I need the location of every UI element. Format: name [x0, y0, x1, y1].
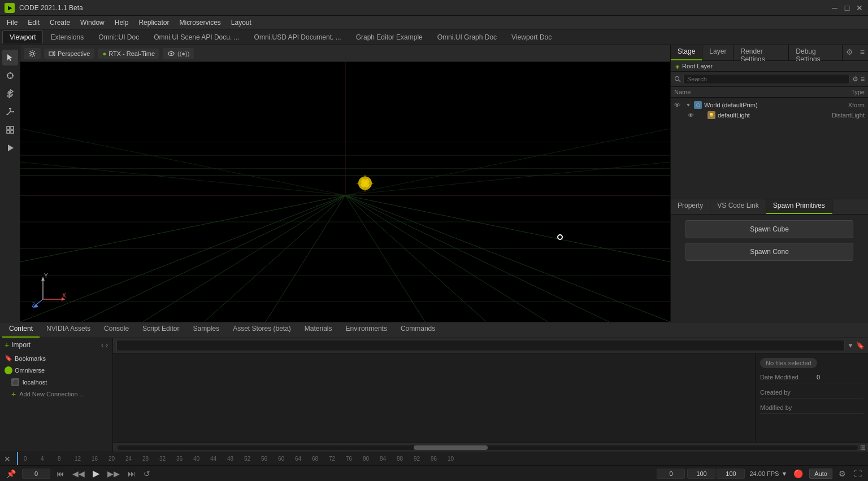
loop-icon[interactable]: ↺	[142, 469, 152, 478]
modified-by-label: Modified by	[760, 404, 817, 411]
nav-forward-icon[interactable]: ›	[106, 341, 108, 349]
tab-content[interactable]: Content	[2, 322, 40, 338]
tick-52: 52	[244, 456, 250, 462]
tab-samples[interactable]: Samples	[186, 322, 226, 338]
import-add-icon[interactable]: +	[5, 340, 9, 349]
tab-materials[interactable]: Materials	[298, 322, 339, 338]
tab-render-settings[interactable]: Render Settings	[734, 45, 789, 60]
play-tool[interactable]	[2, 140, 18, 156]
tab-omni-ui-doc[interactable]: Omni::UI Doc	[91, 30, 146, 43]
tab-omni-usd[interactable]: Omni.USD API Document. ...	[247, 30, 349, 43]
skip-forward-icon[interactable]: ⏭	[126, 469, 137, 478]
menu-window[interactable]: Window	[76, 18, 109, 28]
spawn-cube-button[interactable]: Spawn Cube	[685, 220, 853, 238]
menu-replicator[interactable]: Replicator	[134, 18, 173, 28]
stage-columns: Name Type	[671, 87, 868, 98]
fullscreen-icon[interactable]: ⛶	[852, 469, 863, 478]
right-bottom-tabs: Property VS Code Link Spawn Primitives	[671, 199, 868, 215]
viewport-canvas[interactable]: .gl { stroke: #1a2a1a; stroke-width: 0.7…	[20, 62, 670, 322]
timeline-settings-icon[interactable]: ⚙	[837, 469, 848, 478]
grid-view-icon[interactable]: ⊞	[860, 444, 866, 452]
stage-search-input[interactable]	[683, 74, 850, 84]
content-area: ▼ 🔖 No files selected Date Modified 0 Cr…	[113, 338, 868, 452]
svg-line-66	[679, 80, 680, 82]
tab-property[interactable]: Property	[671, 199, 710, 214]
filter-stage-icon[interactable]: ⚙	[852, 75, 858, 83]
tab-asset-stores[interactable]: Asset Stores (beta)	[226, 322, 298, 338]
close-button[interactable]: ✕	[856, 4, 863, 12]
auto-mode-button[interactable]: Auto	[809, 469, 832, 479]
menu-file[interactable]: File	[2, 18, 22, 28]
fps-dropdown-icon[interactable]: ▼	[781, 470, 787, 477]
tab-omni-scene[interactable]: Omni.UI Scene API Docu. ...	[146, 30, 246, 43]
add-connection[interactable]: + Add New Connection ...	[0, 388, 112, 400]
tab-script-editor[interactable]: Script Editor	[136, 322, 186, 338]
tab-environments[interactable]: Environments	[339, 322, 394, 338]
tab-extensions[interactable]: Extensions	[43, 30, 91, 43]
omniverse-section[interactable]: Omniverse	[0, 364, 112, 377]
filter-icon[interactable]: ▼	[847, 342, 854, 349]
settings-stage-icon[interactable]: ≡	[861, 75, 865, 83]
tab-layer[interactable]: Layer	[702, 45, 734, 60]
tab-viewport[interactable]: Viewport	[2, 30, 43, 43]
record-icon[interactable]: 🔴	[792, 469, 805, 478]
tab-commands[interactable]: Commands	[394, 322, 442, 338]
perspective-btn[interactable]: Perspective	[44, 49, 94, 59]
tab-nvidia-assets[interactable]: NVIDIA Assets	[40, 322, 97, 338]
tab-debug-settings[interactable]: Debug Settings	[789, 45, 843, 60]
tab-viewport-doc[interactable]: Viewport Doc	[504, 30, 559, 43]
rotate-tool[interactable]	[2, 86, 18, 102]
filter-icon[interactable]: ⚙	[843, 45, 857, 60]
menu-layout[interactable]: Layout	[227, 18, 256, 28]
tick-84: 84	[380, 456, 386, 462]
menu-help[interactable]: Help	[110, 18, 133, 28]
spawn-cone-button[interactable]: Spawn Cone	[685, 243, 853, 261]
eye-world-icon[interactable]: 👁	[674, 102, 680, 108]
tree-item-world[interactable]: 👁 ▼ ⬡ World (defaultPrim) Xform	[671, 100, 868, 110]
menu-microservices[interactable]: Microservices	[175, 18, 225, 28]
bookmarks-section[interactable]: 🔖 Bookmarks	[0, 352, 112, 364]
nav-back-icon[interactable]: ‹	[101, 341, 103, 349]
tab-graph-editor[interactable]: Graph Editor Example	[349, 30, 430, 43]
logo-text: ▶	[8, 5, 12, 11]
tree-item-defaultlight[interactable]: 👁 💡 defaultLight DistantLight	[671, 110, 868, 120]
menu-create[interactable]: Create	[45, 18, 75, 28]
select-tool[interactable]	[2, 50, 18, 65]
scale-tool[interactable]	[2, 104, 18, 120]
horizontal-scrollbar[interactable]	[118, 445, 858, 450]
scroll-thumb[interactable]	[414, 445, 488, 450]
tab-stage[interactable]: Stage	[671, 45, 702, 60]
tab-spawn-primitives[interactable]: Spawn Primitives	[766, 199, 832, 214]
play-icon[interactable]: ▶	[91, 468, 101, 479]
sort-icon[interactable]: ≡	[857, 45, 868, 60]
app-title: CODE 2021.1.1 Beta	[19, 4, 831, 12]
created-by-label: Created by	[760, 389, 817, 396]
end-frame-start-input[interactable]	[687, 469, 715, 479]
current-frame-input[interactable]	[657, 469, 685, 479]
settings-btn[interactable]	[24, 48, 41, 59]
main-area: Perspective ● RTX - Real-Time ((●)) .gl …	[0, 45, 868, 322]
bookmark-path-icon[interactable]: 🔖	[856, 342, 865, 349]
expand-world-icon[interactable]: ▼	[685, 102, 692, 108]
file-info-panel: No files selected Date Modified 0 Create…	[755, 353, 868, 443]
timeline-pin-icon[interactable]: 📌	[5, 469, 18, 478]
snap-tool[interactable]	[2, 122, 18, 138]
tab-vscode-link[interactable]: VS Code Link	[710, 199, 766, 214]
step-forward-icon[interactable]: ▶▶	[106, 469, 121, 478]
start-frame-input[interactable]	[22, 469, 50, 479]
sidebar-localhost[interactable]: ⬛ localhost	[0, 377, 112, 388]
step-back-icon[interactable]: ◀◀	[71, 469, 86, 478]
viewport-options-btn[interactable]: ((●))	[163, 48, 194, 59]
skip-back-icon[interactable]: ⏮	[55, 469, 66, 478]
end-frame-input[interactable]	[717, 469, 745, 479]
menu-edit[interactable]: Edit	[23, 18, 44, 28]
rtx-btn[interactable]: ● RTX - Real-Time	[98, 49, 159, 59]
timeline-close-icon[interactable]: ✕	[2, 454, 12, 463]
tab-console[interactable]: Console	[97, 322, 136, 338]
tab-omni-graph-doc[interactable]: Omni.UI Graph Doc	[430, 30, 504, 43]
path-input[interactable]	[116, 340, 845, 351]
maximize-button[interactable]: □	[843, 4, 851, 12]
minimize-button[interactable]: ─	[831, 4, 839, 12]
transform-tool[interactable]	[2, 68, 18, 84]
eye-light-icon[interactable]: 👁	[688, 112, 694, 119]
